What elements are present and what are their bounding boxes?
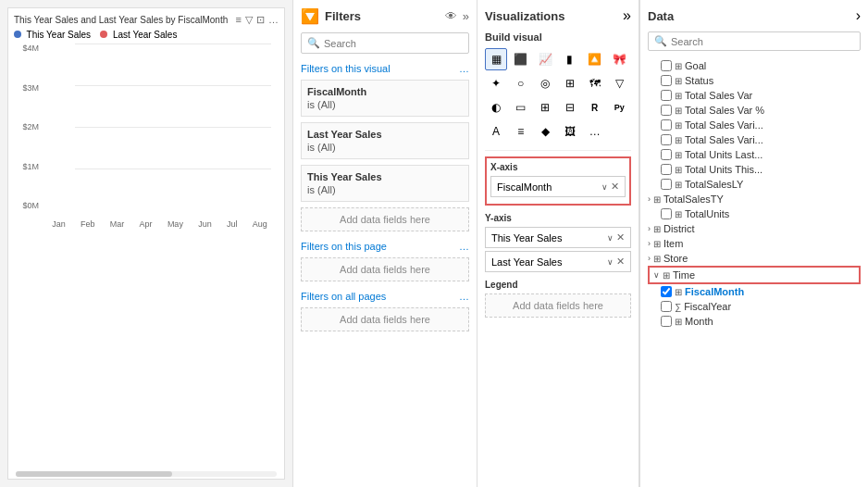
tree-chevron-icon[interactable]: › (648, 224, 651, 233)
filter-this-year-sales[interactable]: This Year Sales is (All) (301, 165, 469, 202)
filter-funnel-icon: 🔽 (301, 7, 319, 25)
y-axis2-remove[interactable]: ✕ (616, 256, 625, 268)
chart-legend: This Year Sales Last Year Sales (14, 30, 279, 40)
stacked-bar-icon[interactable]: ⬛ (510, 48, 532, 70)
tree-item-checkbox[interactable] (661, 75, 672, 86)
slicer-icon[interactable]: ≡ (510, 120, 532, 143)
add-fields-all[interactable]: Add data fields here (301, 307, 469, 331)
tree-item-checkbox[interactable] (661, 286, 672, 297)
table-group-icon: ⊞ (653, 239, 661, 249)
scatter-icon[interactable]: ✦ (485, 72, 507, 94)
filters-search-input[interactable] (324, 38, 463, 49)
legend-add-fields[interactable]: Add data fields here (485, 293, 631, 318)
tree-item-label: TotalSalesLY (685, 179, 743, 190)
r-icon[interactable]: R (584, 96, 606, 119)
tree-item-checkbox[interactable] (661, 90, 672, 101)
funnel-icon[interactable]: ▽ (608, 72, 630, 94)
tree-group-header[interactable]: ›⊞Item (648, 236, 861, 251)
data-title: Data (648, 9, 674, 23)
tree-item-checkbox[interactable] (661, 164, 672, 175)
card-icon[interactable]: ▭ (510, 96, 532, 119)
field-type-icon: ⊞ (675, 209, 682, 219)
tree-item-checkbox[interactable] (661, 301, 672, 312)
y-axis-field1[interactable]: This Year Sales ∨ ✕ (485, 227, 631, 248)
y-axis1-chevron[interactable]: ∨ (607, 233, 614, 243)
tree-chevron-icon[interactable]: › (648, 194, 651, 204)
more-visuals-icon[interactable]: … (584, 120, 606, 143)
tree-item-checkbox[interactable] (661, 119, 672, 131)
tree-item-checkbox[interactable] (661, 134, 672, 145)
viz-expand-icon[interactable]: » (623, 7, 631, 24)
treemap-icon[interactable]: ⊞ (559, 72, 581, 94)
filter-last-year-sales[interactable]: Last Year Sales is (All) (301, 122, 469, 159)
tree-chevron-icon[interactable]: › (648, 239, 651, 248)
data-search-box[interactable]: 🔍 (648, 31, 861, 51)
python-icon[interactable]: Py (608, 96, 630, 119)
chart-toolbar: ≡ ▽ ⊡ … (236, 14, 279, 26)
y-axis2-chevron[interactable]: ∨ (607, 257, 614, 267)
table-group-icon: ⊞ (653, 254, 661, 264)
menu-icon[interactable]: ≡ (236, 14, 242, 26)
area-chart-icon[interactable]: 🔼 (584, 48, 606, 70)
tree-item-checkbox[interactable] (661, 149, 672, 160)
data-expand-icon[interactable]: › (856, 7, 861, 24)
shape-icon[interactable]: ◆ (534, 120, 556, 143)
filters-on-all-label: Filters on all pages … (301, 291, 469, 302)
viz-type-grid: ▦ ⬛ 📈 ▮ 🔼 🎀 ✦ ○ ◎ ⊞ 🗺 ▽ ◐ ▭ ⊞ ⊟ R Py A ≡… (485, 48, 631, 143)
eye-icon[interactable]: 👁 (445, 9, 457, 23)
tree-item-label: FiscalMonth (685, 286, 744, 297)
y-axis-label: Y-axis (485, 213, 631, 223)
more-options-page-icon[interactable]: … (459, 241, 469, 252)
tree-chevron-icon[interactable]: › (648, 254, 651, 263)
image-icon[interactable]: 🖼 (559, 120, 581, 143)
x-axis-field[interactable]: FiscalMonth ∨ ✕ (490, 176, 626, 197)
column-chart-icon[interactable]: ▮ (559, 48, 581, 70)
donut-icon[interactable]: ◎ (534, 72, 556, 94)
ribbon-chart-icon[interactable]: 🎀 (608, 48, 630, 70)
data-search-input[interactable] (671, 36, 854, 47)
tree-chevron-icon[interactable]: ∨ (653, 270, 660, 280)
y-axis-field2[interactable]: Last Year Sales ∨ ✕ (485, 251, 631, 272)
tree-item-checkbox[interactable] (661, 60, 672, 71)
tree-item-checkbox[interactable] (661, 208, 672, 219)
line-chart-icon[interactable]: 📈 (534, 48, 556, 70)
tree-item-checkbox[interactable] (661, 179, 672, 190)
tree-item: ⊞Goal (648, 58, 861, 73)
tree-group-header[interactable]: ›⊞District (648, 221, 861, 236)
field-type-icon: ⊞ (675, 180, 682, 190)
x-axis-remove[interactable]: ✕ (611, 181, 619, 193)
x-axis-chevron[interactable]: ∨ (601, 182, 608, 192)
search-icon: 🔍 (307, 37, 320, 49)
tree-item-checkbox[interactable] (661, 105, 672, 116)
map-icon[interactable]: 🗺 (584, 72, 606, 94)
more-icon[interactable]: … (268, 14, 279, 26)
pie-chart-icon[interactable]: ○ (510, 72, 532, 94)
field-type-icon: ⊞ (675, 61, 682, 71)
filters-panel: 🔽 Filters 👁 » 🔍 Filters on this visual …… (292, 0, 477, 487)
more-options-icon[interactable]: … (459, 63, 469, 74)
filters-search-box[interactable]: 🔍 (301, 32, 469, 54)
matrix-icon[interactable]: ⊟ (559, 96, 581, 119)
text-icon[interactable]: A (485, 120, 507, 143)
filter-fiscal-month[interactable]: FiscalMonth is (All) (301, 80, 469, 117)
table-icon[interactable]: ⊞ (534, 96, 556, 119)
add-fields-visual[interactable]: Add data fields here (301, 207, 469, 231)
field-type-icon: ⊞ (675, 120, 682, 131)
add-fields-page[interactable]: Add data fields here (301, 257, 469, 281)
tree-item-checkbox[interactable] (661, 316, 672, 327)
y-axis1-remove[interactable]: ✕ (616, 231, 625, 244)
filter-icon[interactable]: ▽ (245, 14, 253, 26)
gauge-icon[interactable]: ◐ (485, 96, 507, 119)
legend-section: Legend Add data fields here (485, 280, 631, 318)
filters-on-visual-label: Filters on this visual … (301, 63, 469, 74)
tree-group-header[interactable]: ∨⊞Time (648, 266, 861, 284)
expand-icon[interactable]: ⊡ (256, 14, 265, 26)
tree-group-header[interactable]: ›⊞TotalSalesTY (648, 192, 861, 206)
tree-item: ⊞Month (648, 314, 861, 329)
bar-chart-icon[interactable]: ▦ (485, 48, 507, 70)
tree-item-label: Total Sales Var (685, 90, 752, 101)
tree-group-header[interactable]: ›⊞Store (648, 251, 861, 266)
more-options-all-icon[interactable]: … (459, 291, 469, 302)
forward-icon[interactable]: » (463, 9, 469, 23)
tree-item-label: Status (685, 75, 713, 86)
